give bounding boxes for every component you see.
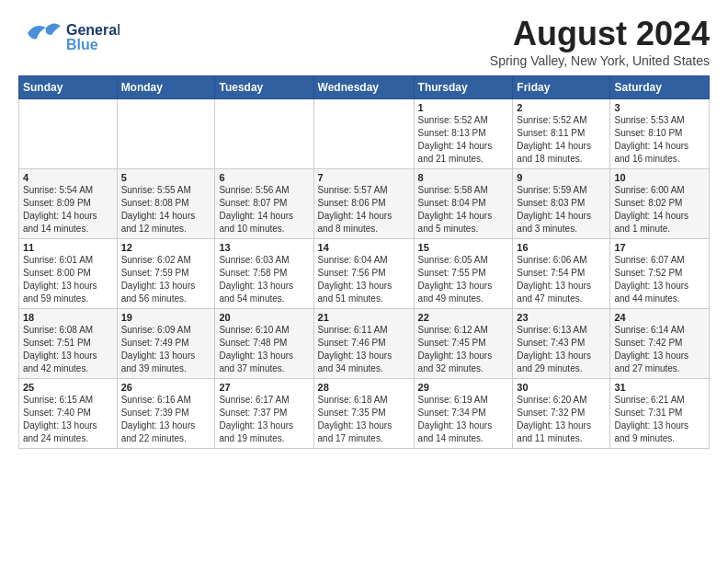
day-number: 4 [23, 172, 113, 183]
day-info: Sunrise: 5:53 AMSunset: 8:10 PMDaylight:… [614, 114, 705, 166]
day-info-line: Sunrise: 5:53 AM [614, 114, 705, 127]
day-number: 17 [614, 242, 705, 253]
day-info: Sunrise: 6:03 AMSunset: 7:58 PMDaylight:… [219, 254, 309, 305]
day-info-line: and 8 minutes. [318, 223, 410, 236]
day-info-line: and 49 minutes. [418, 293, 509, 305]
day-info-line: Sunset: 8:08 PM [121, 197, 211, 210]
day-info-line: Daylight: 13 hours [418, 419, 509, 432]
day-number: 10 [614, 172, 705, 183]
day-info-line: Sunset: 8:13 PM [418, 127, 509, 140]
day-info: Sunrise: 6:14 AMSunset: 7:42 PMDaylight:… [614, 324, 705, 375]
day-number: 19 [121, 312, 211, 323]
day-info-line: Daylight: 13 hours [614, 419, 705, 432]
calendar-header-row: Sunday Monday Tuesday Wednesday Thursday… [19, 76, 710, 99]
day-info-line: Daylight: 14 hours [219, 210, 309, 223]
day-info: Sunrise: 6:00 AMSunset: 8:02 PMDaylight:… [614, 184, 705, 236]
calendar-cell: 20Sunrise: 6:10 AMSunset: 7:48 PMDayligh… [215, 309, 313, 379]
day-info-line: Sunset: 8:04 PM [418, 197, 509, 210]
day-info-line: Daylight: 13 hours [219, 350, 309, 362]
header-friday: Friday [513, 76, 610, 99]
day-number: 28 [318, 382, 410, 393]
day-info: Sunrise: 6:18 AMSunset: 7:35 PMDaylight:… [318, 394, 410, 445]
day-info: Sunrise: 6:04 AMSunset: 7:56 PMDaylight:… [318, 254, 410, 305]
day-info: Sunrise: 6:06 AMSunset: 7:54 PMDaylight:… [517, 254, 606, 305]
day-number: 11 [23, 242, 113, 253]
day-info-line: Sunset: 7:35 PM [318, 407, 410, 419]
day-info: Sunrise: 5:54 AMSunset: 8:09 PMDaylight:… [23, 184, 113, 236]
day-info-line: Sunrise: 6:05 AM [418, 254, 509, 267]
day-info-line: Sunset: 7:45 PM [418, 337, 509, 350]
day-info-line: Sunrise: 6:00 AM [614, 184, 705, 197]
calendar-cell [215, 99, 313, 169]
calendar-cell: 4Sunrise: 5:54 AMSunset: 8:09 PMDaylight… [19, 169, 118, 239]
day-info-line: Sunset: 7:32 PM [517, 407, 606, 419]
calendar-cell: 14Sunrise: 6:04 AMSunset: 7:56 PMDayligh… [313, 239, 414, 309]
day-info-line: Daylight: 13 hours [121, 419, 211, 432]
day-info: Sunrise: 6:10 AMSunset: 7:48 PMDaylight:… [219, 324, 309, 375]
day-info-line: and 1 minute. [614, 223, 705, 236]
day-info-line: Daylight: 14 hours [614, 210, 705, 223]
day-info-line: Sunset: 7:40 PM [23, 407, 113, 419]
header-wednesday: Wednesday [313, 76, 414, 99]
day-number: 3 [614, 102, 705, 113]
day-info: Sunrise: 6:20 AMSunset: 7:32 PMDaylight:… [517, 394, 606, 445]
day-info-line: Daylight: 13 hours [219, 280, 309, 293]
day-info: Sunrise: 5:59 AMSunset: 8:03 PMDaylight:… [517, 184, 606, 236]
day-info-line: Daylight: 14 hours [121, 210, 211, 223]
day-info-line: and 39 minutes. [121, 362, 211, 375]
day-info-line: Sunrise: 6:08 AM [23, 324, 113, 337]
header-tuesday: Tuesday [215, 76, 313, 99]
calendar-cell: 3Sunrise: 5:53 AMSunset: 8:10 PMDaylight… [610, 99, 710, 169]
day-number: 26 [121, 382, 211, 393]
day-info-line: Daylight: 13 hours [121, 280, 211, 293]
day-number: 24 [614, 312, 705, 323]
day-info-line: and 3 minutes. [517, 223, 606, 236]
day-info-line: Sunrise: 5:52 AM [418, 114, 509, 127]
sub-title: Spring Valley, New York, United States [490, 53, 710, 68]
day-info-line: Daylight: 14 hours [418, 140, 509, 153]
day-number: 7 [318, 172, 410, 183]
day-info-line: Daylight: 13 hours [614, 280, 705, 293]
day-info-line: Daylight: 13 hours [614, 350, 705, 362]
day-info-line: Sunrise: 6:14 AM [614, 324, 705, 337]
day-info-line: and 59 minutes. [23, 293, 113, 305]
day-info-line: and 44 minutes. [614, 293, 705, 305]
day-info: Sunrise: 6:17 AMSunset: 7:37 PMDaylight:… [219, 394, 309, 445]
day-number: 23 [517, 312, 606, 323]
day-info-line: and 34 minutes. [318, 362, 410, 375]
calendar-cell: 13Sunrise: 6:03 AMSunset: 7:58 PMDayligh… [215, 239, 313, 309]
svg-text:Blue: Blue [66, 37, 98, 52]
calendar-cell: 5Sunrise: 5:55 AMSunset: 8:08 PMDaylight… [117, 169, 215, 239]
day-number: 29 [418, 382, 509, 393]
day-number: 27 [219, 382, 309, 393]
day-info: Sunrise: 6:05 AMSunset: 7:55 PMDaylight:… [418, 254, 509, 305]
day-number: 31 [614, 382, 705, 393]
header-sunday: Sunday [19, 76, 118, 99]
day-info-line: and 47 minutes. [517, 293, 606, 305]
day-info-line: Sunrise: 5:54 AM [23, 184, 113, 197]
day-info-line: Sunset: 7:56 PM [318, 267, 410, 280]
header: General Blue August 2024 Spring Valley, … [18, 15, 710, 68]
day-info-line: Sunrise: 6:17 AM [219, 394, 309, 407]
calendar-cell: 24Sunrise: 6:14 AMSunset: 7:42 PMDayligh… [610, 309, 710, 379]
day-info: Sunrise: 6:15 AMSunset: 7:40 PMDaylight:… [23, 394, 113, 445]
calendar-cell: 9Sunrise: 5:59 AMSunset: 8:03 PMDaylight… [513, 169, 610, 239]
day-info-line: Sunrise: 6:03 AM [219, 254, 309, 267]
day-info-line: and 54 minutes. [219, 293, 309, 305]
day-info-line: and 17 minutes. [318, 432, 410, 445]
day-number: 25 [23, 382, 113, 393]
day-info-line: Sunset: 7:54 PM [517, 267, 606, 280]
day-number: 5 [121, 172, 211, 183]
day-info-line: Daylight: 14 hours [614, 140, 705, 153]
day-info-line: and 12 minutes. [121, 223, 211, 236]
day-info-line: Daylight: 14 hours [318, 210, 410, 223]
day-info-line: Sunrise: 6:09 AM [121, 324, 211, 337]
day-info-line: Sunrise: 6:13 AM [517, 324, 606, 337]
day-info-line: Sunset: 7:31 PM [614, 407, 705, 419]
day-info: Sunrise: 6:02 AMSunset: 7:59 PMDaylight:… [121, 254, 211, 305]
day-info: Sunrise: 6:07 AMSunset: 7:52 PMDaylight:… [614, 254, 705, 305]
day-info-line: Sunrise: 6:20 AM [517, 394, 606, 407]
day-info-line: Sunset: 7:52 PM [614, 267, 705, 280]
day-info-line: Sunset: 7:51 PM [23, 337, 113, 350]
day-info-line: Sunrise: 5:57 AM [318, 184, 410, 197]
